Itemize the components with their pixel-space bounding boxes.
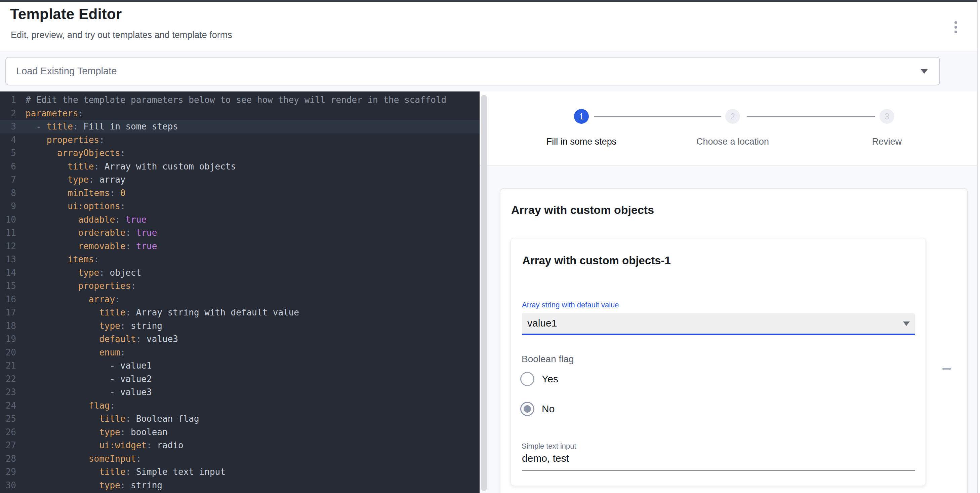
line-number: 4 (0, 134, 16, 147)
line-number: 30 (0, 479, 16, 492)
page-scrollbar[interactable] (977, 0, 980, 493)
page-title: Template Editor (10, 6, 122, 22)
code-line[interactable]: 9 ui:options: (0, 200, 480, 213)
code-line[interactable]: 17 title: Array string with default valu… (0, 306, 480, 319)
code-text: arrayObjects: (25, 147, 126, 160)
line-number: 27 (0, 439, 16, 452)
code-text: properties: (25, 134, 105, 147)
step-label-1: Fill in some steps (546, 137, 617, 147)
code-line[interactable]: 22 - value2 (0, 373, 480, 386)
line-number: 25 (0, 412, 16, 426)
line-number: 7 (0, 173, 16, 187)
overflow-menu-button[interactable] (949, 18, 963, 37)
simple-text-input[interactable]: demo, test (522, 453, 569, 464)
line-number: 22 (0, 373, 16, 386)
code-line[interactable]: 18 type: string (0, 319, 480, 333)
radio-option-no[interactable]: No (520, 401, 555, 417)
code-text: # Edit the template parameters below to … (25, 94, 446, 107)
code-line[interactable]: 7 type: array (0, 173, 480, 187)
step-circle-3: 3 (880, 109, 894, 124)
code-line[interactable]: 2parameters: (0, 107, 480, 120)
line-number: 18 (0, 319, 16, 333)
code-line[interactable]: 24 flag: (0, 399, 480, 413)
code-editor[interactable]: 1# Edit the template parameters below to… (0, 91, 480, 493)
remove-item-button[interactable] (935, 361, 958, 376)
code-line[interactable]: 30 type: string (0, 479, 480, 492)
code-line[interactable]: 27 ui:widget: radio (0, 439, 480, 452)
code-line[interactable]: 25 title: Boolean flag (0, 412, 480, 426)
line-number: 6 (0, 160, 16, 174)
code-line[interactable]: 14 type: object (0, 266, 480, 280)
code-line[interactable]: 29 title: Simple text input (0, 466, 480, 479)
code-line[interactable]: 10 addable: true (0, 213, 480, 227)
radio-option-label: No (542, 403, 555, 415)
code-text: items: (25, 253, 99, 266)
line-number: 17 (0, 306, 16, 319)
line-number: 9 (0, 200, 16, 213)
array-select-label: Array string with default value (522, 301, 619, 310)
code-line[interactable]: 12 removable: true (0, 240, 480, 253)
dropdown-caret-icon (903, 321, 910, 326)
line-number: 5 (0, 147, 16, 160)
text-input-underline (522, 470, 915, 471)
code-line[interactable]: 5 arrayObjects: (0, 147, 480, 160)
code-line[interactable]: 6 title: Array with custom objects (0, 160, 480, 174)
code-text: - value1 (25, 359, 152, 373)
code-line[interactable]: 1# Edit the template parameters below to… (0, 94, 480, 107)
load-template-bar: Load Existing Template (0, 52, 978, 91)
load-existing-template-select[interactable]: Load Existing Template (5, 57, 940, 85)
code-text: parameters: (25, 107, 83, 120)
code-line[interactable]: 16 array: (0, 293, 480, 306)
code-text: title: Array with custom objects (25, 160, 236, 174)
step-circle-1: 1 (574, 109, 589, 124)
code-line[interactable]: 15 properties: (0, 279, 480, 293)
code-text: ui:widget: radio (25, 439, 183, 452)
form-step-card: Array with custom objects Array with cus… (500, 188, 968, 493)
code-line[interactable]: 13 items: (0, 253, 480, 266)
code-text: - value2 (25, 373, 152, 386)
code-text: title: Array string with default value (25, 306, 299, 319)
form-preview-area: Array with custom objects Array with cus… (480, 166, 978, 493)
line-number: 14 (0, 266, 16, 280)
line-number: 29 (0, 466, 16, 479)
code-line[interactable]: 20 enum: (0, 346, 480, 359)
chevron-down-icon (921, 69, 928, 73)
code-text: type: boolean (25, 426, 168, 439)
preview-panel: 1Fill in some steps2Choose a location3Re… (480, 91, 978, 493)
code-line[interactable]: 23 - value3 (0, 386, 480, 399)
code-text: - value3 (25, 386, 152, 399)
array-string-select[interactable]: value1 (522, 313, 915, 335)
template-editor-app: Template Editor Edit, preview, and try o… (0, 0, 980, 493)
line-number: 28 (0, 452, 16, 466)
radio-option-yes[interactable]: Yes (520, 371, 558, 387)
page-subtitle: Edit, preview, and try out templates and… (11, 30, 232, 40)
code-text: - title: Fill in some steps (25, 120, 178, 134)
editor-scrollbar-thumb[interactable] (481, 95, 487, 491)
code-line[interactable]: 8 minItems: 0 (0, 187, 480, 200)
line-number: 21 (0, 359, 16, 373)
line-number: 16 (0, 293, 16, 306)
code-line[interactable]: 21 - value1 (0, 359, 480, 373)
code-line[interactable]: 26 type: boolean (0, 426, 480, 439)
array-select-value: value1 (527, 313, 557, 333)
line-number: 8 (0, 187, 16, 200)
code-text: title: Simple text input (25, 466, 226, 479)
code-line[interactable]: 3 - title: Fill in some steps (0, 120, 480, 134)
step-label-3: Review (872, 137, 902, 147)
stepper-connector (747, 116, 875, 117)
code-text: someInput: (25, 452, 141, 466)
code-text: ui:options: (25, 200, 126, 213)
simple-text-input-label: Simple text input (522, 442, 576, 451)
code-line[interactable]: 11 orderable: true (0, 226, 480, 240)
code-line[interactable]: 19 default: value3 (0, 333, 480, 346)
line-number: 13 (0, 253, 16, 266)
step-circle-2: 2 (725, 109, 740, 124)
line-number: 26 (0, 426, 16, 439)
radio-unselected-icon (520, 372, 535, 386)
line-number: 2 (0, 107, 16, 120)
code-line[interactable]: 28 someInput: (0, 452, 480, 466)
page-header: Template Editor Edit, preview, and try o… (0, 2, 978, 51)
code-line[interactable]: 4 properties: (0, 134, 480, 147)
minus-icon (942, 368, 951, 370)
step-label-2: Choose a location (696, 137, 769, 147)
